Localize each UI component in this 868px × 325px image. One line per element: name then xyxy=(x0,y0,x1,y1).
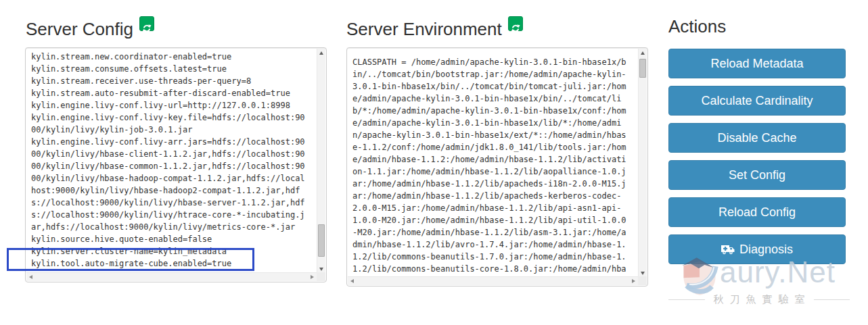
set-config-button[interactable]: Set Config xyxy=(668,160,846,190)
scroll-up-icon[interactable] xyxy=(317,49,326,57)
server-config-content[interactable]: kylin.stream.new.coordinator-enabled=tru… xyxy=(26,48,317,272)
scrollbar-corner xyxy=(317,272,325,281)
diagnosis-button[interactable]: Diagnosis xyxy=(668,234,846,264)
server-environment-title: Server Environment xyxy=(346,19,502,39)
button-label: Reload Config xyxy=(718,205,796,219)
server-environment-heading: Server Environment xyxy=(346,16,523,40)
scroll-left-icon[interactable] xyxy=(348,277,357,286)
horizontal-scrollbar[interactable] xyxy=(348,276,638,285)
divider-line xyxy=(814,299,850,300)
scroll-left-icon[interactable] xyxy=(26,273,35,282)
disable-cache-button[interactable]: Disable Cache xyxy=(668,123,846,153)
server-environment-content[interactable]: CLASSPATH = /home/admin/apache-kylin-3.0… xyxy=(347,48,638,276)
divider-line xyxy=(668,299,705,300)
scrollbar-thumb[interactable] xyxy=(639,59,646,78)
scroll-up-icon[interactable] xyxy=(639,49,647,57)
server-config-title: Server Config xyxy=(26,19,133,39)
ambulance-icon xyxy=(721,236,735,265)
scroll-right-icon[interactable] xyxy=(308,273,317,282)
reload-config-button[interactable]: Reload Config xyxy=(668,197,846,227)
button-label: Reload Metadata xyxy=(710,57,803,70)
scroll-right-icon[interactable] xyxy=(629,277,638,286)
vertical-scrollbar[interactable] xyxy=(317,49,325,274)
actions-title: Actions xyxy=(668,16,726,36)
scrollbar-thumb[interactable] xyxy=(318,224,325,257)
watermark-subtitle-row: 秋刀魚實驗室 xyxy=(668,293,850,306)
refresh-icon[interactable] xyxy=(508,16,523,31)
calculate-cardinality-button[interactable]: Calculate Cardinality xyxy=(668,86,846,116)
refresh-icon[interactable] xyxy=(139,16,154,31)
button-label: Diagnosis xyxy=(739,243,793,256)
button-label: Set Config xyxy=(729,168,785,182)
watermark-subtitle: 秋刀魚實驗室 xyxy=(705,293,814,306)
button-label: Calculate Cardinality xyxy=(701,94,813,107)
server-config-textarea[interactable]: kylin.stream.new.coordinator-enabled=tru… xyxy=(25,47,327,282)
server-config-heading: Server Config xyxy=(26,16,154,40)
horizontal-scrollbar[interactable] xyxy=(26,272,317,281)
scrollbar-corner xyxy=(638,276,647,285)
vertical-scrollbar[interactable] xyxy=(638,49,647,278)
actions-heading: Actions xyxy=(668,16,726,37)
server-environment-textarea[interactable]: CLASSPATH = /home/admin/apache-kylin-3.0… xyxy=(346,47,648,286)
reload-metadata-button[interactable]: Reload Metadata xyxy=(668,49,846,78)
kylin-admin-page: Server Config kylin.stream.new.coordinat… xyxy=(0,0,868,325)
button-label: Disable Cache xyxy=(717,131,796,145)
